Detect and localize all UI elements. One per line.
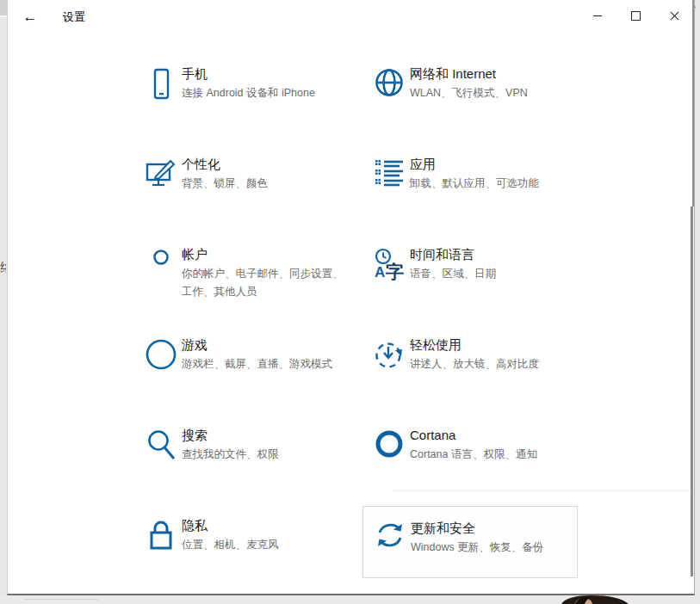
background-text-fragment: 络 (0, 260, 6, 275)
tile-search[interactable]: 搜索 查找我的文件、权限 (134, 415, 350, 505)
tile-network-internet[interactable]: 网络和 Internet WLAN、飞行模式、VPN (362, 53, 578, 144)
maximize-icon (631, 11, 641, 21)
phone-icon (139, 67, 182, 102)
sync-icon (369, 521, 411, 549)
tile-subtitle: Cortana 语言、权限、通知 (410, 446, 578, 464)
tile-subtitle: 连接 Android 设备和 iPhone (182, 84, 350, 102)
tile-personalization[interactable]: 个性化 背景、锁屏、颜色 (134, 144, 350, 234)
tile-privacy[interactable]: 隐私 位置、相机、麦克风 (134, 505, 350, 595)
minimize-icon (593, 15, 602, 16)
background-window-right-edge (694, 0, 700, 604)
tile-subtitle: 卸载、默认应用、可选功能 (410, 175, 578, 193)
back-button[interactable]: ← (13, 3, 47, 31)
tile-time-language[interactable]: A字 时间和语言 语音、区域、日期 (362, 234, 578, 324)
tile-subtitle: 游戏栏、截屏、直播、游戏模式 (182, 355, 350, 373)
close-button[interactable] (655, 0, 694, 31)
tile-gaming[interactable]: 游戏 游戏栏、截屏、直播、游戏模式 (134, 324, 350, 415)
settings-tiles-grid: 手机 连接 Android 设备和 iPhone 网络和 Internet WL… (134, 53, 578, 595)
tile-subtitle: 你的帐户、电子邮件、同步设置、工作、其他人员 (182, 265, 350, 301)
tile-update-security[interactable]: 更新和安全 Windows 更新、恢复、备份 (362, 506, 578, 578)
tile-subtitle: 位置、相机、麦克风 (182, 536, 350, 554)
privacy-icon (139, 519, 182, 552)
tile-title: 帐户 (182, 246, 350, 263)
svg-text:A: A (375, 264, 385, 280)
tile-title: 搜索 (182, 427, 350, 444)
tile-subtitle: 语音、区域、日期 (410, 265, 578, 283)
minimize-button[interactable] (578, 0, 616, 31)
accounts-icon (139, 248, 182, 280)
tile-title: Cortana (410, 427, 578, 444)
svg-text:字: 字 (386, 262, 404, 280)
background-photo-fragment (558, 595, 634, 604)
background-window-left-top (0, 0, 7, 17)
apps-icon (368, 157, 410, 187)
background-divider-line (24, 599, 98, 600)
tile-subtitle: 查找我的文件、权限 (182, 446, 350, 464)
globe-icon (368, 67, 410, 98)
tile-subtitle: WLAN、飞行模式、VPN (410, 84, 578, 102)
personalization-icon (139, 157, 182, 188)
close-icon (670, 11, 679, 21)
tile-title: 隐私 (182, 517, 350, 534)
tile-title: 个性化 (182, 156, 350, 173)
time-language-icon: A字 (368, 248, 410, 280)
tile-phone[interactable]: 手机 连接 Android 设备和 iPhone (134, 53, 350, 144)
xbox-icon (139, 338, 182, 371)
cortana-icon (368, 428, 410, 459)
tile-title: 更新和安全 (411, 520, 577, 537)
scrollbar-thumb[interactable] (691, 206, 693, 576)
tile-title: 游戏 (182, 336, 350, 354)
tile-title: 时间和语言 (410, 246, 578, 263)
window-edge-line (692, 0, 694, 206)
tile-apps[interactable]: 应用 卸载、默认应用、可选功能 (362, 144, 578, 234)
settings-window: ← 设置 手机 连接 Android 设备和 iPhone 网络和 Intern… (7, 0, 695, 595)
search-icon (139, 428, 182, 461)
tile-ease-of-access[interactable]: 轻松使用 讲述人、放大镜、高对比度 (362, 324, 578, 415)
tile-title: 轻松使用 (410, 336, 578, 354)
tile-subtitle: Windows 更新、恢复、备份 (411, 539, 577, 557)
back-arrow-icon: ← (23, 9, 38, 26)
maximize-button[interactable] (616, 0, 655, 31)
window-title: 设置 (63, 9, 85, 25)
ease-of-access-icon (368, 338, 410, 371)
tile-cortana[interactable]: Cortana Cortana 语言、权限、通知 (362, 415, 578, 505)
tile-title: 应用 (410, 156, 578, 173)
tile-subtitle: 背景、锁屏、颜色 (182, 175, 350, 193)
caption-buttons (578, 0, 694, 31)
tile-accounts[interactable]: 帐户 你的帐户、电子邮件、同步设置、工作、其他人员 (134, 234, 350, 324)
tile-title: 手机 (182, 65, 350, 83)
tile-title: 网络和 Internet (410, 65, 578, 83)
background-window-left-edge (0, 0, 7, 604)
tile-subtitle: 讲述人、放大镜、高对比度 (410, 355, 578, 373)
titlebar[interactable]: ← 设置 (8, 0, 694, 34)
